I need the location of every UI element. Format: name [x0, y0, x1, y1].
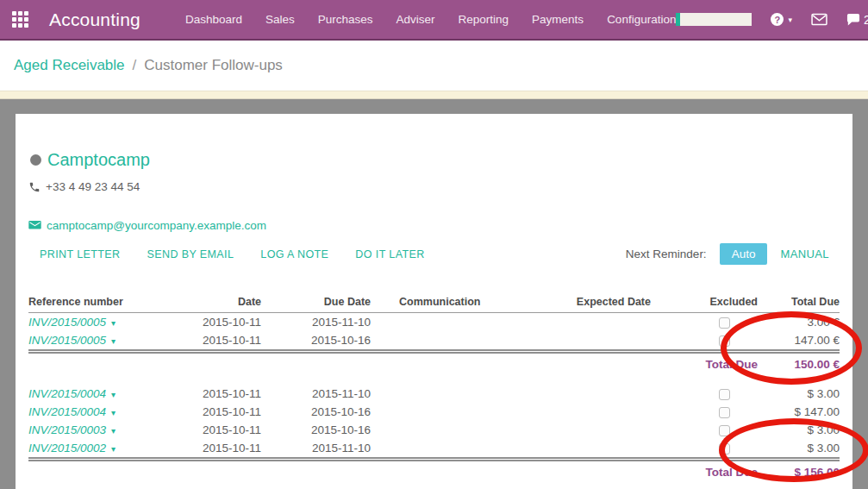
- group-spacer: [28, 373, 840, 385]
- caret-down-icon[interactable]: ▾: [111, 426, 116, 436]
- partner-status-dot-icon: [30, 154, 41, 166]
- excluded-checkbox[interactable]: [719, 335, 730, 347]
- reminder-auto-button[interactable]: Auto: [720, 243, 768, 265]
- invoice-ref-link[interactable]: INV/2015/0005: [28, 316, 106, 329]
- customer-name[interactable]: Camptocamp: [47, 150, 150, 170]
- invoice-communication: [399, 439, 546, 460]
- invoice-date: 2015-10-11: [201, 439, 287, 460]
- invoice-date: 2015-10-11: [201, 331, 287, 352]
- envelope-icon: [28, 221, 41, 231]
- excluded-checkbox[interactable]: [719, 407, 730, 418]
- invoice-ref-link[interactable]: INV/2015/0004: [28, 387, 106, 400]
- excluded-checkbox[interactable]: [719, 425, 730, 436]
- excluded-checkbox[interactable]: [719, 389, 730, 400]
- invoice-due-date: 2015-11-10: [287, 385, 399, 403]
- invoice-expected-date: [546, 439, 684, 460]
- total-due-label: Total Due: [684, 460, 765, 482]
- col-header-expected-date: Expected Date: [546, 293, 684, 313]
- invoice-ref-link[interactable]: INV/2015/0003: [28, 423, 106, 436]
- table-header-row: Reference number Date Due Date Communica…: [28, 293, 840, 313]
- followup-invoice-table: Reference number Date Due Date Communica…: [28, 293, 840, 481]
- invoice-date: 2015-10-11: [201, 421, 287, 439]
- next-reminder-label: Next Reminder:: [626, 248, 707, 260]
- caret-down-icon[interactable]: ▾: [111, 336, 116, 346]
- send-by-email-button[interactable]: SEND BY EMAIL: [147, 248, 234, 260]
- invoice-communication: [399, 313, 546, 332]
- invoice-ref-link[interactable]: INV/2015/0005: [28, 334, 106, 347]
- chat-bubble-icon: [846, 13, 860, 26]
- invoice-expected-date: [546, 313, 684, 332]
- col-header-due-date: Due Date: [287, 293, 399, 313]
- caret-down-icon[interactable]: ▾: [111, 444, 116, 454]
- systray: ? ▾ 21: [676, 13, 868, 27]
- breadcrumb-current: Customer Follow-ups: [144, 57, 283, 74]
- invoice-due-date: 2015-10-16: [287, 331, 399, 352]
- page: Accounting Dashboard Sales Purchases Adv…: [0, 0, 868, 489]
- breadcrumb-parent-link[interactable]: Aged Receivable: [14, 57, 125, 74]
- invoice-total-due: $ 147.00: [765, 403, 840, 421]
- total-due-amount: $ 156.00: [765, 460, 840, 482]
- reminder-manual-button[interactable]: MANUAL: [780, 248, 829, 260]
- topbar: Accounting Dashboard Sales Purchases Adv…: [0, 0, 868, 41]
- table-row: INV/2015/0004▾ 2015-10-11 2015-10-16 $ 1…: [28, 403, 840, 421]
- nav-adviser[interactable]: Adviser: [397, 13, 435, 26]
- mail-icon[interactable]: [811, 13, 827, 26]
- invoice-due-date: 2015-11-10: [287, 439, 399, 460]
- total-due-amount: 150.00 €: [765, 352, 840, 374]
- table-row: INV/2015/0004▾ 2015-10-11 2015-11-10 $ 3…: [28, 385, 840, 403]
- invoice-communication: [399, 331, 546, 352]
- topbar-input[interactable]: [676, 13, 752, 26]
- nav-purchases[interactable]: Purchases: [318, 13, 373, 26]
- excluded-checkbox[interactable]: [719, 317, 730, 329]
- invoice-expected-date: [546, 403, 684, 421]
- chevron-down-icon: ▾: [788, 16, 792, 24]
- invoice-communication: [399, 421, 546, 439]
- invoice-date: 2015-10-11: [201, 313, 287, 332]
- page-background: Camptocamp +33 4 49 23 44 54 camptocamp@…: [0, 99, 868, 489]
- col-header-reference: Reference number: [28, 293, 201, 313]
- apps-menu-icon[interactable]: [12, 11, 28, 28]
- notice-strip: [0, 91, 868, 99]
- group-total-row: Total Due $ 156.00: [28, 460, 840, 482]
- col-header-communication: Communication: [399, 293, 546, 313]
- phone-icon: [28, 181, 41, 193]
- caret-down-icon[interactable]: ▾: [111, 318, 116, 328]
- invoice-expected-date: [546, 385, 684, 403]
- table-row: INV/2015/0005▾ 2015-10-11 2015-10-16 147…: [28, 331, 840, 352]
- table-row: INV/2015/0003▾ 2015-10-11 2015-10-16 $ 3…: [28, 421, 840, 439]
- invoice-expected-date: [546, 331, 684, 352]
- nav-payments[interactable]: Payments: [532, 13, 584, 26]
- invoice-total-due: $ 3.00: [765, 439, 840, 460]
- invoice-due-date: 2015-10-16: [287, 403, 399, 421]
- invoice-expected-date: [546, 421, 684, 439]
- main-nav: Dashboard Sales Purchases Adviser Report…: [185, 13, 677, 26]
- invoice-communication: [399, 403, 546, 421]
- caret-down-icon[interactable]: ▾: [111, 408, 116, 417]
- messages-menu[interactable]: 21: [846, 13, 868, 27]
- nav-sales[interactable]: Sales: [265, 13, 295, 26]
- nav-reporting[interactable]: Reporting: [459, 13, 509, 26]
- log-a-note-button[interactable]: LOG A NOTE: [260, 248, 328, 260]
- total-due-label: Total Due: [684, 352, 765, 374]
- print-letter-button[interactable]: PRINT LETTER: [40, 248, 120, 260]
- help-icon: ?: [771, 13, 784, 26]
- excluded-checkbox[interactable]: [719, 443, 730, 455]
- app-title: Accounting: [49, 9, 141, 30]
- customer-email-link[interactable]: camptocamp@yourcompany.example.com: [47, 219, 266, 232]
- invoice-date: 2015-10-11: [201, 385, 287, 403]
- customer-phone: +33 4 49 23 44 54: [46, 180, 140, 193]
- caret-down-icon[interactable]: ▾: [111, 390, 116, 399]
- col-header-total-due: Total Due: [765, 293, 840, 313]
- invoice-total-due: $ 3.00: [765, 385, 840, 403]
- group-total-row: Total Due 150.00 €: [28, 352, 840, 374]
- nav-dashboard[interactable]: Dashboard: [185, 13, 242, 26]
- nav-configuration[interactable]: Configuration: [607, 13, 676, 26]
- col-header-date: Date: [201, 293, 287, 313]
- do-it-later-button[interactable]: DO IT LATER: [355, 248, 424, 260]
- invoice-ref-link[interactable]: INV/2015/0004: [28, 405, 106, 418]
- invoice-date: 2015-10-11: [201, 403, 287, 421]
- invoice-ref-link[interactable]: INV/2015/0002: [28, 442, 106, 455]
- breadcrumb-separator: /: [133, 57, 137, 74]
- help-menu[interactable]: ? ▾: [771, 13, 792, 26]
- invoice-total-due: 147.00 €: [765, 331, 840, 352]
